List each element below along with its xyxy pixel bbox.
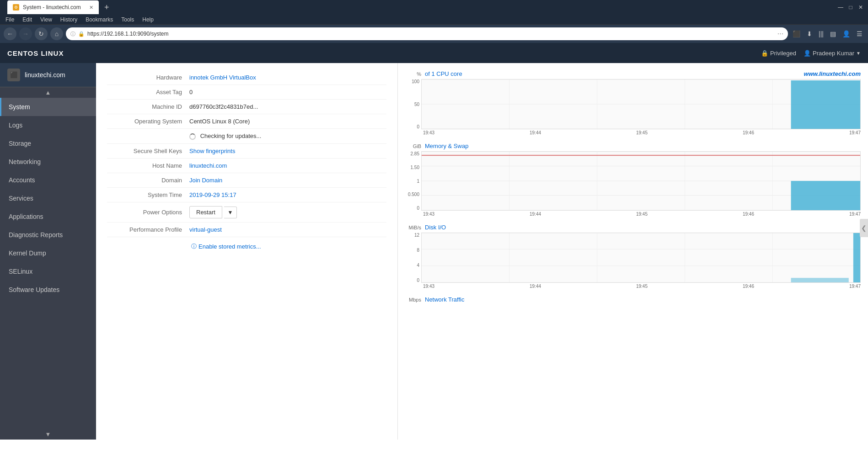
main-content: Hardware innotek GmbH VirtualBox Asset T… bbox=[96, 63, 868, 440]
maximize-button[interactable]: □ bbox=[847, 4, 854, 11]
sidebar-item-accounts[interactable]: Accounts bbox=[0, 171, 96, 189]
cpu-watermark: www.linuxtechi.com bbox=[804, 70, 861, 77]
power-dropdown-button[interactable]: ▼ bbox=[224, 207, 237, 218]
performance-label: Performance Profile bbox=[107, 226, 189, 233]
library-icon[interactable]: ||| bbox=[817, 28, 825, 39]
restart-button[interactable]: Restart bbox=[189, 206, 222, 218]
home-button[interactable]: ⌂ bbox=[50, 27, 63, 40]
cpu-title: of 1 CPU core bbox=[425, 70, 462, 77]
cpu-y-axis: 100 50 0 bbox=[405, 79, 421, 129]
scroll-down-button[interactable]: ▼ bbox=[0, 429, 96, 440]
metrics-text[interactable]: Enable stored metrics... bbox=[198, 243, 261, 250]
close-button[interactable]: ✕ bbox=[857, 4, 864, 11]
info-circle-icon: ⓘ bbox=[191, 243, 197, 250]
tab-close-button[interactable]: ✕ bbox=[89, 5, 93, 11]
menu-bookmarks[interactable]: Bookmarks bbox=[82, 16, 117, 24]
main-layout: ⬛ linuxtechi.com ▲ System Logs Storage N… bbox=[0, 63, 868, 440]
toolbar-right: ⬛ ⬇ ||| ▤ 👤 ☰ bbox=[791, 28, 864, 39]
domain-link[interactable]: Join Domain bbox=[189, 177, 222, 184]
account-icon[interactable]: 👤 bbox=[841, 28, 852, 39]
ssh-row: Secure Shell Keys Show fingerprints bbox=[107, 144, 386, 159]
disk-chart-canvas bbox=[421, 233, 861, 283]
sidebar-item-label: Software Updates bbox=[9, 286, 59, 293]
sidebar-item-system[interactable]: System bbox=[0, 98, 96, 116]
expand-panel-button[interactable]: ❮ bbox=[860, 219, 868, 237]
cpu-chart-svg bbox=[422, 80, 860, 129]
user-menu[interactable]: 👤 Pradeep Kumar ▼ bbox=[804, 50, 861, 57]
memory-title: Memory & Swap bbox=[425, 143, 468, 149]
asset-tag-label: Asset Tag bbox=[107, 89, 189, 95]
updates-row: Checking for updates... bbox=[107, 129, 386, 144]
sidebar-item-label: System bbox=[9, 103, 30, 111]
memory-chart: GiB Memory & Swap 2.85 1.50 1 0.500 0 bbox=[405, 143, 861, 217]
sidebar-item-software-updates[interactable]: Software Updates bbox=[0, 281, 96, 299]
cpu-chart-wrapper: 100 50 0 bbox=[405, 79, 861, 129]
browser-titlebar: ⚙ System - linuxtechi.com ✕ + — □ ✕ bbox=[0, 0, 868, 15]
scroll-up-button[interactable]: ▲ bbox=[0, 87, 96, 98]
minimize-button[interactable]: — bbox=[837, 4, 844, 11]
machine-id-row: Machine ID d697760c3f2c4831b7ed... bbox=[107, 100, 386, 114]
app-title: CENTOS LINUX bbox=[7, 49, 64, 57]
performance-row: Performance Profile virtual-guest bbox=[107, 223, 386, 237]
hostname-link[interactable]: linuxtechi.com bbox=[189, 162, 227, 169]
window-controls: — □ ✕ bbox=[837, 4, 864, 11]
menu-help[interactable]: Help bbox=[139, 16, 157, 24]
sidebar-toggle-icon[interactable]: ▤ bbox=[828, 28, 838, 39]
ssh-label: Secure Shell Keys bbox=[107, 148, 189, 154]
hardware-link[interactable]: innotek GmbH VirtualBox bbox=[189, 74, 256, 81]
more-options-icon[interactable]: ··· bbox=[777, 30, 783, 38]
new-tab-button[interactable]: + bbox=[101, 3, 113, 12]
power-options-row: Power Options Restart ▼ bbox=[107, 202, 386, 223]
sidebar-item-applications[interactable]: Applications bbox=[0, 207, 96, 226]
menu-tools[interactable]: Tools bbox=[118, 16, 138, 24]
memory-y-500: 0.500 bbox=[405, 192, 419, 197]
address-bar[interactable]: ⓘ 🔒 https://192.168.1.10:9090/system ··· bbox=[66, 27, 788, 40]
power-options-value: Restart ▼ bbox=[189, 206, 237, 218]
memory-chart-canvas bbox=[421, 151, 861, 211]
sidebar-item-selinux[interactable]: SELinux bbox=[0, 262, 96, 281]
menu-file[interactable]: File bbox=[2, 16, 18, 24]
disk-y-4: 4 bbox=[405, 263, 419, 268]
privileged-label: Privileged bbox=[770, 50, 796, 57]
sidebar-item-label: Diagnostic Reports bbox=[9, 231, 63, 239]
sidebar-item-kernel-dump[interactable]: Kernel Dump bbox=[0, 244, 96, 262]
memory-y-150: 1.50 bbox=[405, 165, 419, 170]
disk-chart-wrapper: 12 8 4 0 bbox=[405, 233, 861, 283]
extensions-icon[interactable]: ⬛ bbox=[791, 28, 802, 39]
enable-metrics-link[interactable]: ⓘ Enable stored metrics... bbox=[191, 243, 386, 250]
menu-history[interactable]: History bbox=[57, 16, 81, 24]
menu-edit[interactable]: Edit bbox=[19, 16, 36, 24]
active-tab[interactable]: ⚙ System - linuxtechi.com ✕ bbox=[7, 0, 99, 14]
sidebar-item-storage[interactable]: Storage bbox=[0, 134, 96, 153]
network-title: Network Traffic bbox=[425, 296, 464, 303]
memory-x-axis: 19:43 19:44 19:45 19:46 19:47 bbox=[405, 211, 861, 217]
performance-link[interactable]: virtual-guest bbox=[189, 226, 222, 233]
system-time-link[interactable]: 2019-09-29 15:17 bbox=[189, 191, 236, 198]
back-button[interactable]: ← bbox=[4, 27, 16, 40]
power-options-label: Power Options bbox=[107, 209, 189, 216]
downloads-icon[interactable]: ⬇ bbox=[805, 28, 814, 39]
ssh-link[interactable]: Show fingerprints bbox=[189, 148, 235, 154]
os-value: CentOS Linux 8 (Core) bbox=[189, 118, 250, 125]
sidebar-item-services[interactable]: Services bbox=[0, 189, 96, 207]
sidebar-host: ⬛ linuxtechi.com bbox=[0, 63, 96, 87]
username: Pradeep Kumar bbox=[813, 50, 854, 57]
cpu-x-1: 19:43 bbox=[423, 130, 434, 135]
network-chart-header: Mbps Network Traffic bbox=[405, 296, 861, 307]
sidebar-item-label: Accounts bbox=[9, 176, 35, 184]
hamburger-icon[interactable]: ☰ bbox=[855, 28, 864, 39]
disk-chart-svg bbox=[422, 233, 860, 282]
menu-view[interactable]: View bbox=[37, 16, 56, 24]
hardware-label: Hardware bbox=[107, 74, 189, 81]
cpu-y-50: 50 bbox=[405, 102, 419, 107]
sidebar-item-networking[interactable]: Networking bbox=[0, 153, 96, 171]
cpu-x-2: 19:44 bbox=[530, 130, 541, 135]
cpu-chart: % of 1 CPU core www.linuxtechi.com 100 5… bbox=[405, 70, 861, 135]
disk-y-12: 12 bbox=[405, 233, 419, 238]
memory-y-0: 0 bbox=[405, 206, 419, 211]
forward-button[interactable]: → bbox=[19, 27, 32, 40]
reload-button[interactable]: ↻ bbox=[35, 27, 48, 40]
sidebar-item-logs[interactable]: Logs bbox=[0, 116, 96, 134]
sidebar-item-label: Services bbox=[9, 195, 33, 202]
sidebar-item-diagnostic-reports[interactable]: Diagnostic Reports bbox=[0, 226, 96, 244]
